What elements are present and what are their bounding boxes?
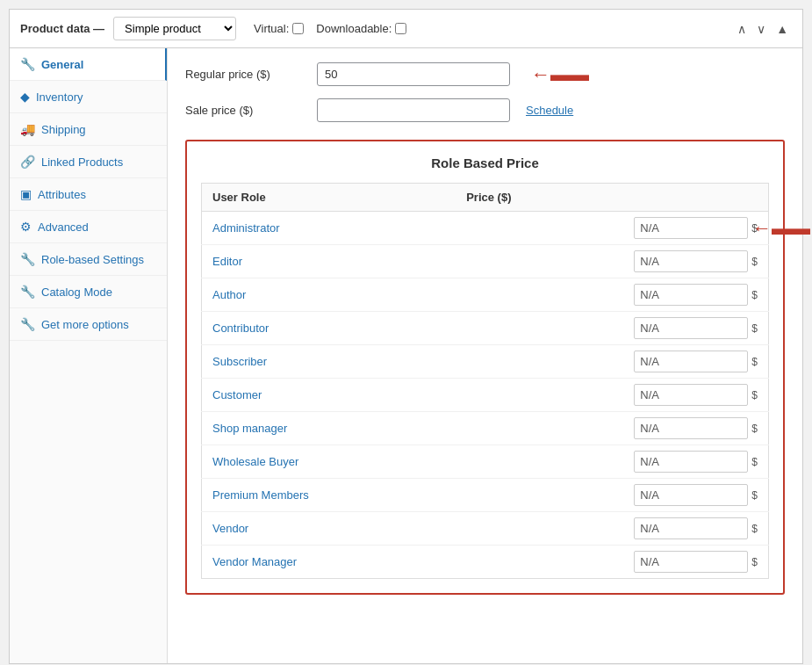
role-name-cell: Administrator [202,212,456,245]
role-name-text: Subscriber [212,355,267,368]
sidebar-item-role-based-settings[interactable]: 🔧 Role-based Settings [10,243,167,276]
more-icon: 🔧 [20,317,35,331]
virtual-checkbox[interactable] [292,23,304,34]
virtual-checkbox-label[interactable]: Virtual: [254,22,304,35]
role-name-cell: Author [202,278,456,312]
role-name-cell: Contributor [202,312,456,345]
price-cell: $ [456,412,768,445]
expand-button[interactable]: ▲ [772,20,792,38]
role-name-text: Wholesale Buyer [212,455,298,468]
truck-icon: 🚚 [20,122,35,136]
role-name-text: Shop manager [212,422,287,435]
header-checkboxes: Virtual: Downloadable: [254,22,406,35]
collapse-up-button[interactable]: ∧ [734,20,750,38]
role-name-cell: Premium Members [202,479,456,512]
role-name-cell: Vendor Manager [202,546,456,579]
role-name-cell: Shop manager [202,412,456,445]
price-cell: $ [456,345,768,379]
sidebar-item-linked-products[interactable]: 🔗 Linked Products [10,146,167,178]
currency-symbol: $ [751,523,758,535]
role-price-arrow: ←▬▬ [752,217,810,240]
sidebar-item-label-advanced: Advanced [38,220,89,234]
downloadable-label: Downloadable: [316,22,392,35]
table-row: Subscriber$ [202,345,769,379]
role-name-text: Customer [212,388,262,401]
role-name-cell: Subscriber [202,345,456,379]
sidebar-item-shipping[interactable]: 🚚 Shipping [10,113,167,146]
product-type-select[interactable]: Simple product [113,17,236,40]
currency-symbol: $ [751,423,758,435]
price-column-header: Price ($) [456,184,768,212]
schedule-link[interactable]: Schedule [526,104,573,117]
role-price-input[interactable] [634,417,748,439]
price-cell: $ [456,278,768,312]
role-price-input[interactable] [634,284,748,306]
role-based-price-title: Role Based Price [201,155,769,170]
sidebar-item-advanced[interactable]: ⚙ Advanced [10,211,167,243]
product-data-container: Product data — Simple product Virtual: D… [9,9,803,664]
table-row: Customer$ [202,379,769,412]
sidebar-item-inventory[interactable]: ◆ Inventory [10,81,167,113]
role-name-text: Author [212,288,246,301]
role-price-input[interactable] [634,217,748,239]
sidebar-item-label-role-based-settings: Role-based Settings [41,253,144,266]
role-price-input[interactable] [634,551,748,573]
currency-symbol: $ [751,289,758,301]
price-cell: $ [456,546,768,579]
product-data-body: 🔧 General ◆ Inventory 🚚 Shipping 🔗 Linke… [10,48,802,663]
role-name-text: Vendor [212,522,248,535]
role-price-input[interactable] [634,351,748,372]
role-based-price-box: Role Based Price User Role Price ($) Adm… [185,140,785,595]
downloadable-checkbox-label[interactable]: Downloadable: [316,22,406,35]
user-role-column-header: User Role [202,184,456,212]
currency-symbol: $ [751,256,758,268]
role-price-input[interactable] [634,317,748,339]
table-row: Premium Members$ [202,479,769,512]
price-cell: $ [456,512,768,546]
role-name-cell: Vendor [202,512,456,546]
currency-symbol: $ [751,356,758,368]
sidebar-item-label-general: General [41,58,83,71]
catalog-icon: 🔧 [20,285,35,299]
table-row: Author$ [202,278,769,312]
role-price-input[interactable] [634,484,748,506]
regular-price-input-wrap: ←▬▬ [317,62,510,86]
sidebar-item-get-more-options[interactable]: 🔧 Get more options [10,308,167,341]
sale-price-input[interactable] [317,98,510,122]
gear-icon: ⚙ [20,220,32,234]
sidebar-item-label-attributes: Attributes [38,188,86,201]
currency-symbol: $ [751,322,758,335]
sidebar-item-label-catalog-mode: Catalog Mode [41,286,112,299]
virtual-label: Virtual: [254,22,289,35]
role-price-input[interactable] [634,384,748,406]
main-content: Regular price ($) ←▬▬ Sale price ($) Sc [168,48,802,663]
sidebar-item-label-linked-products: Linked Products [41,155,123,169]
role-name-text: Premium Members [212,488,309,502]
wrench-icon: 🔧 [20,57,35,71]
sidebar-item-catalog-mode[interactable]: 🔧 Catalog Mode [10,276,167,308]
role-name-cell: Wholesale Buyer [202,445,456,479]
sidebar-item-general[interactable]: 🔧 General [10,48,167,81]
regular-price-row: Regular price ($) ←▬▬ [185,62,785,86]
regular-price-input[interactable] [317,62,510,86]
role-price-input[interactable] [634,451,748,473]
collapse-down-button[interactable]: ∨ [753,20,769,38]
sidebar: 🔧 General ◆ Inventory 🚚 Shipping 🔗 Linke… [10,48,168,663]
diamond-icon: ◆ [20,90,30,104]
price-cell: $ [456,445,768,479]
role-price-input[interactable] [634,517,748,539]
role-name-text: Editor [212,255,242,268]
grid-icon: ▣ [20,187,32,201]
header-arrows: ∧ ∨ ▲ [734,20,792,38]
sidebar-item-attributes[interactable]: ▣ Attributes [10,178,167,211]
table-row: Contributor$ [202,312,769,345]
sidebar-item-label-shipping: Shipping [41,123,86,136]
role-price-input[interactable] [634,250,748,272]
price-cell: $ [456,312,768,345]
downloadable-checkbox[interactable] [395,23,406,34]
regular-price-arrow: ←▬▬ [531,63,589,86]
price-cell: $←▬▬ [456,212,768,245]
sale-price-label: Sale price ($) [185,104,308,117]
sale-price-input-wrap [317,98,510,122]
role-name-text: Administrator [212,221,280,235]
